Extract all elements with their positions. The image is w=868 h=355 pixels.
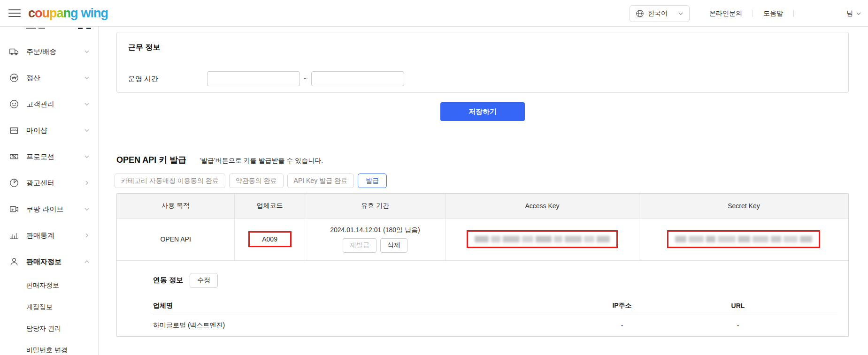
chevron-down-icon (84, 101, 90, 107)
chevron-down-icon (856, 11, 861, 16)
reissue-button[interactable]: 재발급 (343, 238, 376, 253)
col-header-access-key: Access Key (446, 194, 639, 218)
sidebar-item-sales-statistics[interactable]: 판매통계 (0, 222, 98, 249)
sidebar-item-clipped (0, 27, 98, 31)
integration-info-section: 연동 정보 수정 업체명 IP주소 URL 하미글로벌 (넥스트엔진) - - (117, 261, 848, 337)
main-content: 근무 정보 운영 시간 ~ 저장하기 OPEN API 키 발급 '발급'버튼으… (99, 27, 868, 355)
video-camera-icon (8, 204, 20, 215)
sidebar-item-settlement[interactable]: 정산 (0, 65, 98, 91)
validity-cell: 2024.01.14.12:01 (180일 남음) 재발급 삭제 (305, 218, 445, 260)
coupang-wing-page: coupangwing 한국어 온라인문의 도움말 님 (0, 0, 868, 355)
header-right-menu: 한국어 온라인문의 도움말 님 (630, 0, 861, 27)
user-name-suffix: 님 (846, 9, 853, 18)
smile-icon (8, 98, 20, 110)
logo-letter: a (57, 6, 63, 20)
col-header-purpose: 사용 목적 (117, 194, 235, 218)
integration-table: 업체명 IP주소 URL 하미글로벌 (넥스트엔진) - - (153, 297, 837, 337)
hours-separator: ~ (304, 75, 307, 83)
sidebar-item-orders-shipping[interactable]: 주문/배송 (0, 38, 98, 65)
secret-key-cell (639, 218, 848, 260)
issue-key-button[interactable]: 발급 (358, 174, 387, 188)
sidebar-item-seller-info[interactable]: 판매자정보 (0, 249, 98, 275)
col-header-vendor-name: 업체명 (153, 302, 173, 310)
save-button[interactable]: 저장하기 (440, 102, 525, 121)
operating-hours-row: 운영 시간 ~ (128, 71, 404, 86)
purpose-cell: OPEN API (117, 218, 235, 260)
open-api-title: OPEN API 키 발급 (116, 154, 186, 166)
api-key-card: 사용 목적 업체코드 유효 기간 Access Key Secret Key O… (116, 193, 849, 337)
pie-chart-icon (8, 177, 20, 189)
chevron-down-icon (84, 49, 90, 54)
help-link[interactable]: 도움말 (753, 9, 793, 18)
open-api-description: '발급'버튼으로 키를 발급받을 수 있습니다. (200, 157, 323, 165)
logo-wing-text: wing (81, 6, 108, 20)
operating-hours-from-input[interactable] (207, 71, 300, 86)
col-header-vendor-code: 업체코드 (235, 194, 305, 218)
ip-value: - (576, 322, 668, 329)
won-circle-icon (8, 72, 20, 83)
submenu-item-account-info[interactable]: 계정정보 (26, 296, 98, 318)
online-inquiry-link[interactable]: 온라인문의 (699, 9, 753, 18)
truck-icon (8, 46, 20, 57)
divider (793, 10, 794, 17)
col-header-ip: IP주소 (576, 302, 668, 310)
annotation-box-access-key (467, 230, 618, 248)
col-header-secret-key: Secret Key (639, 194, 848, 218)
storefront-icon (8, 125, 20, 136)
access-key-cell (446, 218, 639, 260)
sidebar-item-promotion[interactable]: 프로모션 (0, 144, 98, 170)
access-key-redacted-value (475, 236, 610, 242)
globe-icon (636, 9, 644, 18)
open-api-section-header: OPEN API 키 발급 '발급'버튼으로 키를 발급받을 수 있습니다. (116, 154, 323, 166)
sidebar-item-customer-management[interactable]: 고객관리 (0, 91, 98, 117)
language-selector[interactable]: 한국어 (630, 5, 690, 22)
operating-hours-to-input[interactable] (311, 71, 404, 86)
sidebar-item-my-shop[interactable]: 마이샵 (0, 117, 98, 144)
status-badge-category-match: 카테고리 자동매칭 이용동의 완료 (115, 174, 225, 188)
sidebar-item-ad-center[interactable]: 광고센터 (0, 170, 98, 196)
logo-letter: o (35, 6, 42, 20)
coupon-icon (8, 151, 20, 162)
submenu-item-password-change[interactable]: 비밀번호 변경 (26, 340, 98, 355)
api-status-tag-row: 카테고리 자동매칭 이용동의 완료 약관동의 완료 API Key 발급 완료 … (115, 174, 387, 188)
status-badge-terms-agree: 약관동의 완료 (229, 174, 284, 188)
vendor-code-value: A009 (262, 235, 277, 243)
logo-letter: u (42, 6, 50, 20)
chevron-down-icon (84, 75, 90, 81)
work-info-card: 근무 정보 운영 시간 ~ (116, 32, 849, 93)
coupang-wing-logo[interactable]: coupangwing (28, 6, 108, 21)
language-label: 한국어 (648, 9, 668, 18)
top-header: coupangwing 한국어 온라인문의 도움말 님 (0, 0, 868, 27)
table-header-row: 사용 목적 업체코드 유효 기간 Access Key Secret Key (117, 194, 848, 218)
annotation-box-secret-key (667, 230, 820, 248)
person-icon (8, 256, 20, 267)
submenu-item-manager-management[interactable]: 담당자 관리 (26, 318, 98, 340)
api-key-table: 사용 목적 업체코드 유효 기간 Access Key Secret Key O… (117, 194, 848, 261)
integration-header-row: 업체명 IP주소 URL (153, 297, 837, 315)
submenu-item-seller-info[interactable]: 판매자정보 (26, 275, 98, 296)
chevron-right-icon (84, 180, 90, 186)
delete-button[interactable]: 삭제 (380, 238, 407, 253)
hamburger-menu-icon[interactable] (8, 8, 21, 18)
logo-letter: c (28, 6, 35, 20)
chevron-down-icon (84, 128, 90, 133)
sidebar-item-coupang-live[interactable]: 쿠팡 라이브 (0, 196, 98, 222)
chevron-down-icon (84, 154, 90, 159)
integration-info-title: 연동 정보 (153, 276, 183, 285)
validity-date-text: 2024.01.14.12:01 (180일 남음) (305, 226, 445, 234)
annotation-box-vendor-code: A009 (248, 231, 292, 247)
col-header-url: URL (691, 302, 784, 310)
integration-data-row: 하미글로벌 (넥스트엔진) - - (153, 315, 837, 337)
chevron-up-icon (84, 259, 90, 264)
chevron-down-icon (678, 11, 684, 16)
bar-chart-icon (8, 230, 20, 241)
table-row: OPEN API A009 2024.01.14.12:01 (180일 남음)… (117, 218, 848, 260)
edit-button[interactable]: 수정 (190, 273, 218, 288)
status-badge-apikey-issued: API Key 발급 완료 (287, 174, 354, 188)
logo-letter: p (49, 6, 57, 20)
work-info-title: 근무 정보 (128, 43, 837, 53)
vendor-code-cell: A009 (235, 218, 305, 260)
vendor-name-value: 하미글로벌 (넥스트엔진) (153, 321, 225, 330)
logo-letter: n (63, 6, 71, 20)
user-menu[interactable]: 님 (846, 9, 861, 18)
